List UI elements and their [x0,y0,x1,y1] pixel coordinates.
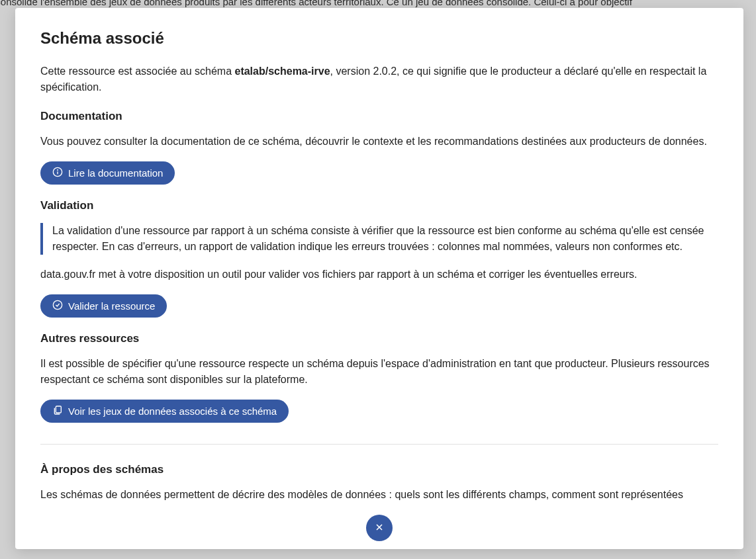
schema-name: etalab/schema-irve [234,65,330,77]
info-icon [52,167,63,179]
other-resources-text: Il est possible de spécifier qu'une ress… [40,356,718,388]
view-datasets-button[interactable]: Voir les jeux de données associés à ce s… [40,400,289,423]
check-circle-icon [52,300,63,312]
button-label: Lire la documentation [68,167,163,179]
close-icon [374,522,385,535]
documentation-heading: Documentation [40,110,718,123]
intro-paragraph: Cette ressource est associée au schéma e… [40,64,718,95]
about-schemas-text: Les schémas de données permettent de déc… [40,487,718,503]
button-label: Voir les jeux de données associés à ce s… [68,406,277,417]
intro-prefix: Cette ressource est associée au schéma [40,65,234,77]
modal-content: Schéma associé Cette ressource est assoc… [15,8,743,549]
validation-text: data.gouv.fr met à votre disposition un … [40,267,718,282]
close-modal-button[interactable] [366,515,393,541]
other-resources-heading: Autres ressources [40,332,718,345]
about-schemas-heading: À propos des schémas [40,463,718,476]
validation-heading: Validation [40,199,718,212]
copy-icon [52,405,63,417]
documentation-text: Vous pouvez consulter la documentation d… [40,134,718,150]
validate-resource-button[interactable]: Valider la ressource [40,294,167,318]
svg-rect-4 [56,406,61,413]
modal-title: Schéma associé [40,29,718,48]
validation-quote-text: La validation d'une ressource par rappor… [52,223,718,255]
section-divider [40,444,718,445]
validation-quote: La validation d'une ressource par rappor… [40,223,718,255]
read-documentation-button[interactable]: Lire la documentation [40,161,175,185]
schema-modal: Schéma associé Cette ressource est assoc… [15,8,743,549]
svg-point-2 [58,170,58,171]
button-label: Valider la ressource [68,300,155,312]
svg-point-3 [53,300,62,309]
